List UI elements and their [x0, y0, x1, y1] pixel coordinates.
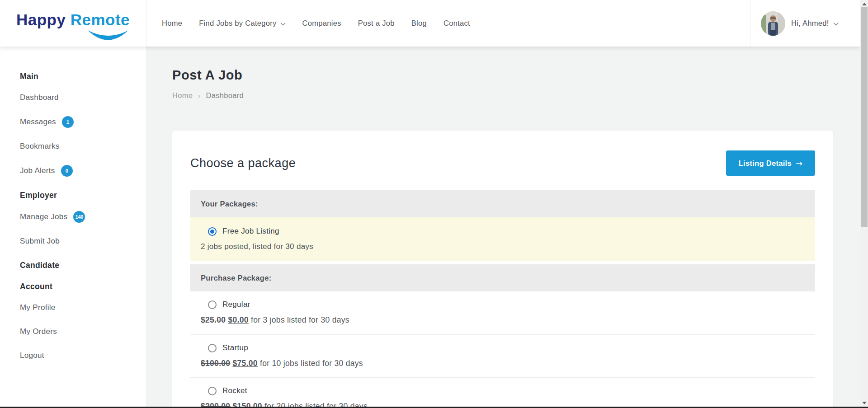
package-row-rocket[interactable]: Rocket $200.00 $150.00 for 20 jobs liste… [190, 377, 815, 408]
sidebar-item-my-orders[interactable]: My Orders [20, 326, 146, 337]
user-menu[interactable]: Hi, Ahmed! [750, 0, 860, 47]
sidebar-item-manage-jobs[interactable]: Manage Jobs 140 [20, 211, 146, 223]
price-old: $25.00 [201, 315, 226, 324]
package-label: Regular [222, 299, 250, 310]
app-viewport: Happy Remote Home Find Jobs by Category … [0, 0, 868, 408]
sidebar-item-job-alerts[interactable]: Job Alerts 0 [20, 165, 146, 177]
logo-zone: Happy Remote [0, 0, 146, 47]
package-price-line: $100.00 $75.00 for 10 jobs listed for 30… [201, 358, 805, 369]
price-suffix: for 10 jobs listed for 30 days [260, 359, 363, 368]
manage-jobs-count-badge: 140 [73, 211, 85, 223]
sidebar-item-my-profile[interactable]: My Profile [20, 302, 146, 313]
sidebar-item-messages[interactable]: Messages 1 [20, 116, 146, 128]
sidebar-section-account: Account My Profile My Orders Logout [20, 281, 146, 361]
sidebar-section-title: Employer [20, 190, 146, 201]
sidebar-item-bookmarks[interactable]: Bookmarks [20, 141, 146, 152]
sidebar-section-title: Account [20, 281, 146, 292]
nav-item-post-a-job[interactable]: Post a Job [358, 19, 395, 28]
brand-logo-remote: Remote [71, 11, 130, 28]
user-greeting: Hi, Ahmed! [791, 19, 829, 28]
job-alerts-count-badge: 0 [61, 165, 73, 177]
sidebar-section-title: Candidate [20, 260, 146, 271]
package-description: 2 jobs posted, listed for 30 days [201, 241, 805, 252]
nav-label: Home [162, 19, 182, 28]
logo-smile-icon [86, 29, 130, 47]
your-packages-band: Your Packages: [190, 190, 815, 217]
price-suffix: for 3 jobs listed for 30 days [251, 315, 349, 324]
price-old: $100.00 [201, 359, 230, 368]
vertical-scrollbar[interactable] [860, 0, 868, 408]
radio-regular[interactable] [208, 300, 217, 309]
scrollbar-down-arrow-icon[interactable] [860, 399, 868, 407]
main-content: Post A Job Home › Dashboard Choose a pac… [147, 47, 860, 408]
main-nav: Home Find Jobs by Category Companies Pos… [146, 0, 750, 47]
sidebar-item-label: Logout [20, 350, 44, 361]
nav-item-blog[interactable]: Blog [411, 19, 427, 28]
page-title: Post A Job [172, 68, 860, 83]
nav-label: Find Jobs by Category [199, 19, 276, 28]
package-label: Startup [222, 342, 248, 353]
your-packages-label: Your Packages: [201, 200, 258, 208]
package-row-regular[interactable]: Regular $25.00 $0.00 for 3 jobs listed f… [190, 291, 815, 334]
sidebar-item-label: Job Alerts [20, 165, 55, 176]
page-head: Post A Job Home › Dashboard [147, 47, 860, 100]
package-label: Rocket [222, 385, 247, 396]
sidebar-item-label: My Orders [20, 326, 57, 337]
top-header: Happy Remote Home Find Jobs by Category … [0, 0, 860, 47]
sidebar-item-label: My Profile [20, 302, 56, 313]
chevron-down-icon [833, 19, 839, 28]
sidebar-section-title: Main [20, 71, 146, 82]
card-head: Choose a package Listing Details → [190, 150, 815, 176]
nav-label: Companies [302, 19, 341, 28]
sidebar-item-label: Dashboard [20, 92, 59, 103]
price-new: $0.00 [228, 315, 249, 324]
purchase-package-label: Purchase Package: [201, 274, 271, 282]
sidebar-item-dashboard[interactable]: Dashboard [20, 92, 146, 103]
package-row-startup[interactable]: Startup $100.00 $75.00 for 10 jobs liste… [190, 334, 815, 377]
listing-details-button[interactable]: Listing Details → [726, 150, 815, 176]
radio-free-job-listing[interactable] [208, 227, 217, 236]
brand-logo[interactable]: Happy Remote [16, 11, 130, 36]
breadcrumb: Home › Dashboard [172, 91, 860, 100]
sidebar-item-label: Submit Job [20, 236, 60, 247]
brand-logo-happy: Happy [16, 11, 66, 28]
nav-item-find-jobs-by-category[interactable]: Find Jobs by Category [199, 19, 285, 28]
purchase-package-band: Purchase Package: [190, 264, 815, 291]
nav-label: Blog [411, 19, 427, 28]
sidebar-item-label: Manage Jobs [20, 211, 67, 222]
radio-rocket[interactable] [208, 387, 217, 395]
sidebar-section-main: Main Dashboard Messages 1 Bookmarks Job … [20, 71, 146, 177]
listing-details-label: Listing Details [739, 159, 792, 168]
nav-label: Post a Job [358, 19, 395, 28]
breadcrumb-separator: › [198, 92, 200, 99]
sidebar-item-label: Messages [20, 117, 56, 127]
nav-item-companies[interactable]: Companies [302, 19, 341, 28]
radio-startup[interactable] [208, 344, 217, 352]
chevron-down-icon [280, 19, 286, 28]
sidebar: Main Dashboard Messages 1 Bookmarks Job … [0, 47, 147, 408]
package-label: Free Job Listing [222, 226, 279, 237]
sidebar-item-logout[interactable]: Logout [20, 350, 146, 361]
price-new: $75.00 [233, 359, 258, 368]
package-row-free-job-listing[interactable]: Free Job Listing 2 jobs posted, listed f… [190, 217, 815, 261]
card-title: Choose a package [190, 156, 296, 170]
breadcrumb-home[interactable]: Home [172, 91, 193, 100]
nav-item-home[interactable]: Home [162, 19, 182, 28]
scrollbar-thumb[interactable] [861, 7, 868, 227]
sidebar-item-submit-job[interactable]: Submit Job [20, 236, 146, 247]
user-avatar [761, 11, 785, 36]
arrow-right-icon: → [796, 159, 802, 168]
sidebar-section-employer: Employer Manage Jobs 140 Submit Job [20, 190, 146, 247]
choose-package-card: Choose a package Listing Details → Your … [172, 131, 833, 408]
breadcrumb-current: Dashboard [206, 91, 244, 100]
nav-item-contact[interactable]: Contact [443, 19, 470, 28]
sidebar-section-candidate: Candidate [20, 260, 146, 271]
messages-count-badge: 1 [62, 116, 74, 128]
scrollbar-up-arrow-icon[interactable] [860, 0, 868, 8]
package-price-line: $25.00 $0.00 for 3 jobs listed for 30 da… [201, 314, 805, 325]
sidebar-item-label: Bookmarks [20, 141, 60, 152]
nav-label: Contact [443, 19, 470, 28]
